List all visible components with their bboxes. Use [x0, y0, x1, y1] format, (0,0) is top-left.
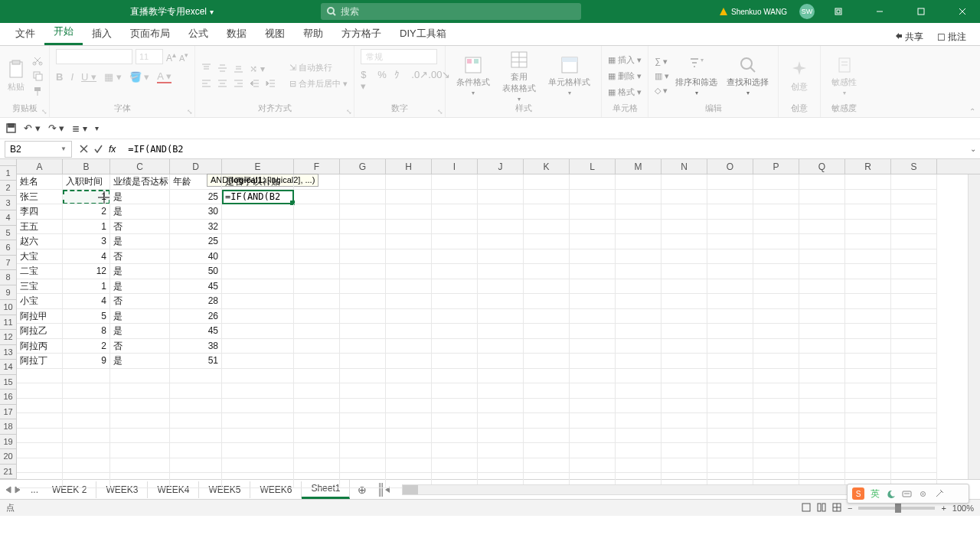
cell[interactable]	[340, 249, 386, 265]
cell[interactable]	[707, 458, 753, 474]
cell[interactable]	[753, 324, 799, 339]
cell[interactable]	[753, 309, 799, 324]
cell[interactable]	[753, 458, 799, 474]
cell[interactable]	[222, 309, 294, 324]
cell[interactable]	[753, 264, 799, 279]
cell[interactable]	[294, 354, 340, 369]
cell[interactable]: 大宝	[17, 249, 63, 265]
column-header[interactable]: F	[294, 159, 340, 174]
sensitivity-button[interactable]: 敏感性▾	[827, 55, 861, 96]
cell[interactable]	[524, 264, 570, 279]
cell[interactable]	[222, 264, 294, 279]
ime-settings-icon[interactable]	[918, 489, 928, 499]
cell[interactable]	[386, 383, 432, 399]
cell[interactable]	[478, 220, 524, 235]
row-header[interactable]: 11	[0, 315, 16, 331]
ideas-button[interactable]: 创意	[785, 60, 814, 93]
cell[interactable]	[891, 234, 937, 249]
cell[interactable]: 40	[170, 249, 222, 265]
cell[interactable]: 1	[63, 190, 110, 205]
cell[interactable]	[799, 204, 845, 220]
save-icon[interactable]	[6, 123, 16, 133]
tab-ffgz[interactable]: 方方格子	[332, 22, 390, 45]
cell[interactable]	[570, 443, 616, 458]
cell[interactable]	[616, 339, 662, 354]
column-header[interactable]: R	[845, 159, 891, 174]
cell[interactable]	[662, 309, 707, 324]
align-middle-icon[interactable]	[217, 64, 227, 73]
cell[interactable]	[110, 369, 170, 384]
comments-button[interactable]: ☐批注	[933, 29, 971, 45]
cell[interactable]: 入职时间	[63, 174, 110, 190]
cell[interactable]	[616, 354, 662, 369]
cell[interactable]	[222, 249, 294, 265]
decrease-font-icon[interactable]: A▾	[179, 51, 188, 63]
cell[interactable]	[222, 354, 294, 369]
cell[interactable]	[753, 234, 799, 249]
cell[interactable]	[524, 339, 570, 354]
cell[interactable]	[340, 443, 386, 458]
column-header[interactable]: C	[110, 159, 170, 174]
cell[interactable]	[753, 443, 799, 458]
align-launcher[interactable]: ⤡	[346, 108, 352, 116]
cell[interactable]	[570, 429, 616, 444]
cell[interactable]	[707, 399, 753, 414]
cell[interactable]	[845, 413, 891, 429]
cells-area[interactable]: =IF(AND(B2 AND(logical1, [logical2], ...…	[17, 174, 980, 479]
copy-icon[interactable]	[32, 70, 43, 81]
cell[interactable]	[478, 294, 524, 309]
sort-filter-button[interactable]: 排序和筛选▾	[672, 55, 720, 96]
column-header[interactable]: E	[222, 159, 294, 174]
cell[interactable]	[386, 204, 432, 220]
cell[interactable]	[110, 443, 170, 458]
zoom-in-button[interactable]: +	[941, 504, 946, 513]
share-button[interactable]: 共享	[889, 29, 928, 45]
cell[interactable]	[799, 324, 845, 339]
row-header[interactable]: 6	[0, 240, 16, 256]
cell[interactable]	[891, 174, 937, 190]
row-header[interactable]: 7	[0, 256, 16, 271]
cell[interactable]	[707, 279, 753, 295]
cell[interactable]	[845, 443, 891, 458]
cell[interactable]: 是	[110, 279, 170, 295]
cell[interactable]: 张三	[17, 190, 63, 205]
cell[interactable]	[478, 174, 524, 190]
cell[interactable]	[17, 443, 63, 458]
cell[interactable]	[17, 473, 63, 488]
cell[interactable]	[570, 234, 616, 249]
format-painter-icon[interactable]	[32, 86, 43, 96]
cell[interactable]: 小宝	[17, 294, 63, 309]
cell[interactable]: 38	[170, 339, 222, 354]
italic-button[interactable]: I	[70, 71, 74, 83]
cell[interactable]	[294, 339, 340, 354]
cell[interactable]	[432, 234, 478, 249]
cell[interactable]	[616, 234, 662, 249]
cell[interactable]	[799, 174, 845, 190]
cell[interactable]	[662, 324, 707, 339]
cell[interactable]: 45	[170, 279, 222, 295]
cell[interactable]	[432, 443, 478, 458]
hscroll-thumb[interactable]	[403, 485, 418, 494]
cell[interactable]	[222, 279, 294, 295]
wrap-text-button[interactable]: ⇲ 自动换行	[289, 62, 348, 73]
cell[interactable]	[845, 324, 891, 339]
row-header[interactable]: 16	[0, 390, 16, 405]
cell[interactable]	[222, 429, 294, 444]
qat-customize[interactable]: ▾	[95, 124, 99, 132]
percent-button[interactable]: %	[377, 69, 388, 80]
cell[interactable]: 4	[63, 249, 110, 265]
cell[interactable]	[616, 413, 662, 429]
cell[interactable]	[63, 458, 110, 474]
cell[interactable]	[570, 399, 616, 414]
number-format-input[interactable]	[361, 49, 437, 64]
zoom-slider[interactable]	[858, 507, 935, 510]
cell[interactable]	[294, 473, 340, 488]
cell[interactable]	[799, 443, 845, 458]
cell[interactable]	[17, 429, 63, 444]
cell[interactable]: 51	[170, 354, 222, 369]
cell[interactable]: 30	[170, 204, 222, 220]
cut-icon[interactable]	[32, 55, 43, 66]
row-header[interactable]: 1	[0, 166, 16, 181]
cell[interactable]	[386, 234, 432, 249]
cell[interactable]	[524, 354, 570, 369]
